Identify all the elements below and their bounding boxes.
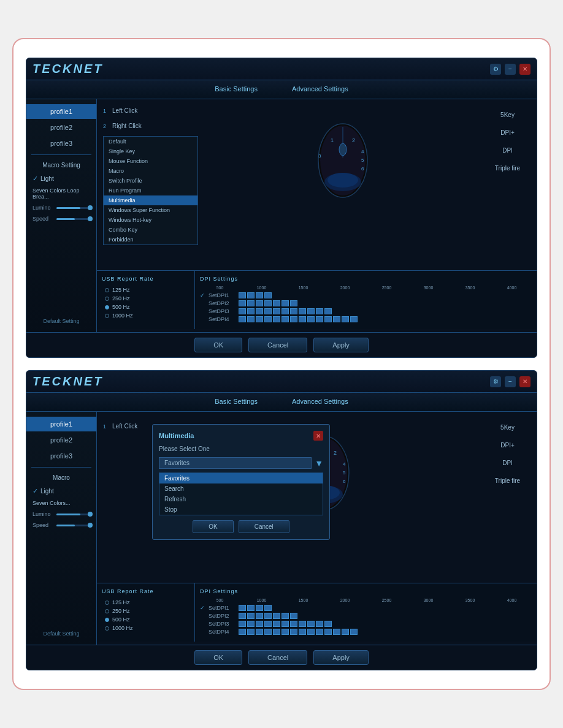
light-checkmark-2: ✓ — [33, 487, 38, 495]
speed-track-2[interactable] — [56, 525, 90, 526]
mouse-svg-1: 1 2 3 4 5 6 — [309, 112, 377, 200]
dpi-title-1: DPI Settings — [200, 276, 532, 282]
dd-multimedia[interactable]: Multimedia — [104, 195, 197, 205]
hz-500-1[interactable]: 500 Hz — [102, 303, 190, 311]
profile2-item-1[interactable]: profile2 — [26, 120, 96, 135]
close-button-2[interactable]: ✕ — [519, 376, 530, 387]
usb-title-2: USB Report Rate — [102, 588, 190, 594]
svg-text:3: 3 — [318, 153, 321, 159]
dd-forbidden[interactable]: Forbidden — [104, 235, 197, 245]
default-setting-1: Default Setting — [26, 315, 96, 327]
dpi-row1-2: ✓ SetDPI1 — [200, 605, 532, 611]
sidebar-divider-2 — [31, 467, 91, 468]
dpi-row3-1: SetDPI3 — [200, 308, 532, 314]
sidebar-2: profile1 profile2 profile3 Macro ✓ Light… — [26, 412, 97, 645]
hz-500-2[interactable]: 500 Hz — [102, 615, 190, 624]
tab-advanced-settings-2[interactable]: Advanced Settings — [287, 396, 353, 408]
light-check-2: ✓ Light — [26, 485, 96, 497]
hz-1000-2[interactable]: 1000 Hz — [102, 624, 190, 632]
apply-button-1[interactable]: Apply — [313, 338, 369, 352]
modal-close-button[interactable]: ✕ — [313, 431, 323, 441]
gear-button-2[interactable]: ⚙ — [490, 376, 501, 387]
svg-text:2: 2 — [334, 450, 337, 456]
lumino-track-2[interactable] — [56, 514, 90, 515]
apply-button-2[interactable]: Apply — [313, 650, 369, 665]
hz-1000-1[interactable]: 1000 Hz — [102, 311, 190, 320]
sidebar-divider-1 — [31, 154, 91, 155]
right-dpiplus-2: DPI+ — [484, 442, 530, 449]
modal-list-stop[interactable]: Stop — [159, 504, 323, 515]
right-dpi-2: DPI — [484, 460, 530, 466]
modal-list-search[interactable]: Search — [159, 483, 323, 494]
dd-windows-super[interactable]: Windows Super Function — [104, 205, 197, 215]
light-checkmark-1: ✓ — [33, 175, 38, 183]
dpi-row2-label-1: SetDPI2 — [209, 300, 236, 306]
modal-ok-button[interactable]: OK — [193, 520, 233, 533]
modal-list: Favorites Search Refresh Stop — [159, 472, 323, 515]
light-label-2: Light — [40, 488, 54, 495]
footer-1: OK Cancel Apply — [26, 332, 537, 357]
ok-button-1[interactable]: OK — [194, 338, 242, 352]
modal-select-display[interactable]: Favorites — [159, 457, 312, 469]
profile3-item-1[interactable]: profile3 — [26, 136, 96, 151]
dropdown-arrow-icon[interactable]: ▼ — [315, 458, 323, 468]
nav-tabs-2: Basic Settings Advanced Settings — [26, 393, 537, 412]
profile3-item-2[interactable]: profile3 — [26, 449, 96, 463]
lumino-track-1[interactable] — [56, 207, 90, 209]
hz-250-label-2: 250 Hz — [112, 608, 130, 614]
modal-cancel-button[interactable]: Cancel — [239, 520, 289, 533]
minimize-button-1[interactable]: − — [505, 64, 516, 75]
outer-container: TECKNET ⚙ − ✕ Basic Settings Advanced Se… — [12, 38, 551, 690]
usb-title-1: USB Report Rate — [102, 276, 190, 282]
dd-macro[interactable]: Macro — [104, 166, 197, 176]
speed-label-2: Speed — [33, 522, 54, 528]
cancel-button-2[interactable]: Cancel — [248, 650, 307, 665]
lumino-label-2: Lumino — [33, 511, 54, 517]
svg-text:6: 6 — [361, 166, 364, 172]
profile1-item-2[interactable]: profile1 — [26, 417, 96, 431]
speed-track-1[interactable] — [56, 218, 90, 220]
dropdown-menu-1: Default Single Key Mouse Function Macro … — [103, 136, 198, 245]
dd-run-program[interactable]: Run Program — [104, 186, 197, 195]
tab-advanced-settings-1[interactable]: Advanced Settings — [287, 83, 353, 96]
dd-combo-key[interactable]: Combo Key — [104, 225, 197, 235]
modal-list-favorites[interactable]: Favorites — [159, 473, 323, 483]
hz-250-dot-1 — [105, 297, 109, 301]
dd-single-key[interactable]: Single Key — [104, 146, 197, 156]
gear-button-1[interactable]: ⚙ — [490, 64, 501, 75]
hz-125-2[interactable]: 125 Hz — [102, 598, 190, 607]
tab-basic-settings-1[interactable]: Basic Settings — [210, 83, 262, 96]
dpi-row4-label-1: SetDPI4 — [209, 316, 236, 322]
dd-mouse-function[interactable]: Mouse Function — [104, 156, 197, 166]
hz-1000-label-2: 1000 Hz — [112, 625, 133, 631]
minimize-button-2[interactable]: − — [505, 376, 516, 387]
title-bar-1: TECKNET ⚙ − ✕ — [26, 58, 537, 80]
hz-1000-dot-2 — [105, 626, 109, 631]
hz-125-1[interactable]: 125 Hz — [102, 286, 190, 294]
dd-default[interactable]: Default — [104, 137, 197, 146]
close-button-1[interactable]: ✕ — [519, 64, 530, 75]
profile1-item-1[interactable]: profile1 — [26, 104, 96, 119]
tab-basic-settings-2[interactable]: Basic Settings — [210, 396, 262, 408]
macro-setting-1: Macro Setting — [26, 159, 96, 172]
center-content-2: 1 Left Click 1 — [97, 412, 537, 645]
profile2-item-2[interactable]: profile2 — [26, 433, 96, 447]
hz-250-1[interactable]: 250 Hz — [102, 294, 190, 303]
hz-1000-label-1: 1000 Hz — [112, 313, 133, 319]
hz-250-2[interactable]: 250 Hz — [102, 607, 190, 615]
svg-text:5: 5 — [361, 157, 364, 163]
main-content-2: profile1 profile2 profile3 Macro ✓ Light… — [26, 412, 537, 645]
hz-500-dot-1 — [105, 305, 109, 309]
cancel-button-1[interactable]: Cancel — [248, 338, 307, 352]
dpi-scale-2: 500 1000 1500 2000 2500 3000 3500 4000 — [200, 598, 532, 602]
modal-list-refresh[interactable]: Refresh — [159, 494, 323, 504]
dpi-scale-3500-1: 3500 — [450, 286, 490, 290]
lumino-slider-2: Lumino — [26, 509, 96, 519]
dd-windows-hotkey[interactable]: Windows Hot-key — [104, 215, 197, 225]
dpi-row2-2: SetDPI2 — [200, 613, 532, 619]
dpi-row3-label-1: SetDPI3 — [209, 308, 236, 314]
ok-button-2[interactable]: OK — [194, 650, 242, 665]
dd-switch-profile[interactable]: Switch Profile — [104, 176, 197, 186]
dpi-section-1: DPI Settings 500 1000 1500 2000 2500 300… — [195, 271, 537, 329]
right-5key-1: 5Key — [484, 112, 530, 118]
